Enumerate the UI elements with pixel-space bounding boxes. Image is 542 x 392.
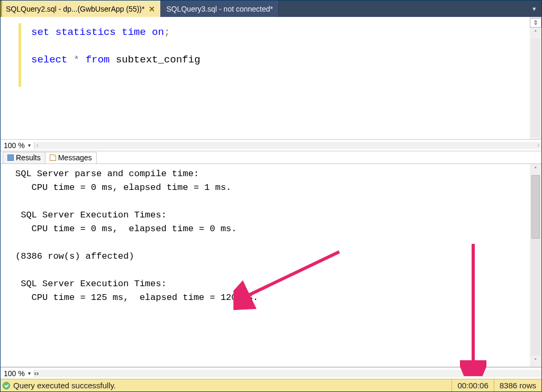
kw-set: set (31, 26, 49, 38)
editor-horizontal-scrollbar[interactable]: ‹ › (34, 142, 541, 149)
kw-time: time (122, 26, 146, 38)
ssms-editor-window: SQLQuery2.sql - dp...(GwbUserApp (55))* … (0, 0, 542, 392)
tabstrip-spacer (279, 1, 527, 17)
close-icon[interactable]: ✕ (149, 5, 155, 13)
editor-vertical-scrollbar[interactable]: ⇕ ˄ (530, 17, 541, 139)
split-pane-handle[interactable]: ⇕ (530, 18, 541, 28)
chevron-down-icon[interactable]: ▾ (28, 370, 31, 376)
scroll-right-icon[interactable]: › (536, 142, 541, 148)
tab-label: Messages (58, 153, 92, 162)
star: * (74, 54, 79, 66)
scroll-left-icon[interactable]: ‹ (34, 142, 40, 148)
scroll-up-icon[interactable]: ˄ (534, 166, 537, 173)
change-marker (19, 23, 21, 87)
editor-zoom-row: 100 % ▾ ‹ › (1, 140, 541, 151)
status-bar: Query executed successfully. 00:00:06 83… (1, 379, 541, 391)
grid-icon (7, 154, 14, 161)
editor-gutter (1, 17, 21, 139)
semicolon: ; (164, 26, 170, 38)
scrollbar-thumb[interactable] (531, 175, 540, 239)
kw-statistics: statistics (56, 26, 116, 38)
scroll-up-icon[interactable]: ˄ (534, 30, 537, 37)
kw-from: from (86, 54, 110, 66)
chevron-down-icon[interactable]: ▾ (28, 142, 31, 148)
messages-output[interactable]: SQL Server parse and compile time: CPU t… (1, 164, 530, 367)
scroll-down-icon[interactable]: ˅ (534, 358, 537, 364)
status-row-count: 8386 rows (494, 379, 541, 391)
results-tabstrip: Results Messages (1, 151, 541, 164)
tab-results[interactable]: Results (3, 152, 46, 163)
tab-label: Results (16, 153, 41, 162)
kw-on: on (152, 26, 164, 38)
messages-horizontal-scrollbar[interactable]: ‹ › (34, 370, 541, 377)
scrollbar-track[interactable] (531, 175, 540, 355)
chevron-down-icon: ▾ (532, 5, 536, 13)
messages-zoom-level[interactable]: 100 % (4, 369, 25, 378)
tab-overflow-button[interactable]: ▾ (527, 1, 541, 17)
messages-vertical-scrollbar[interactable]: ˄ ˅ (530, 164, 541, 367)
status-message: Query executed successfully. (13, 381, 451, 390)
tab-sqlquery2[interactable]: SQLQuery2.sql - dp...(GwbUserApp (55))* … (1, 1, 161, 17)
messages-pane: SQL Server parse and compile time: CPU t… (1, 164, 541, 367)
tab-messages[interactable]: Messages (45, 152, 97, 163)
tab-label: SQLQuery3.sql - not connected* (166, 5, 273, 13)
messages-zoom-row: 100 % ▾ ‹ › (1, 367, 541, 379)
tab-label: SQLQuery2.sql - dp...(GwbUserApp (55))* (6, 5, 144, 13)
sql-editor-pane: set statistics time on; select * from su… (1, 17, 541, 140)
status-duration: 00:00:06 (451, 379, 493, 391)
tab-sqlquery3[interactable]: SQLQuery3.sql - not connected* (161, 1, 279, 17)
ident-table: subtext_config (116, 54, 201, 66)
document-icon (50, 154, 56, 161)
editor-zoom-level[interactable]: 100 % (4, 141, 25, 150)
scrollbar-track[interactable] (531, 39, 540, 137)
success-icon (3, 382, 10, 389)
document-tabstrip: SQLQuery2.sql - dp...(GwbUserApp (55))* … (1, 1, 541, 17)
scroll-right-icon[interactable]: › (37, 369, 39, 377)
kw-select: select (31, 54, 67, 66)
sql-editor[interactable]: set statistics time on; select * from su… (21, 17, 530, 139)
